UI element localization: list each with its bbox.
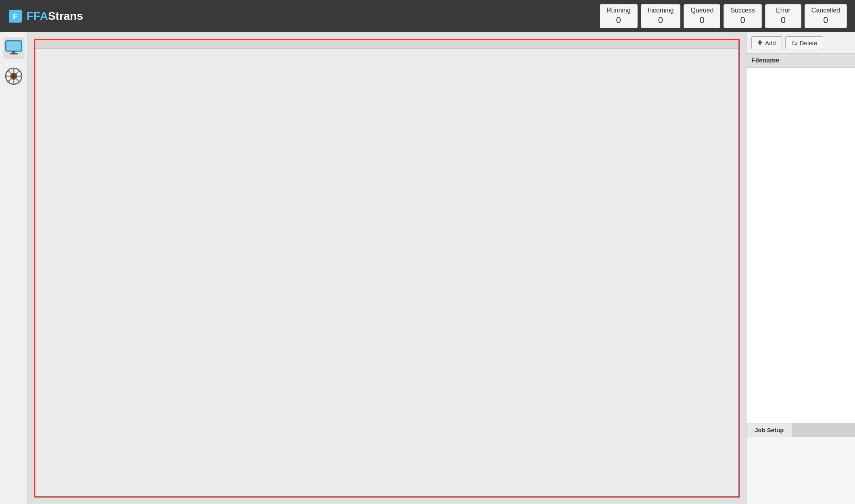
film-reel-icon bbox=[4, 67, 23, 86]
svg-point-20 bbox=[7, 80, 9, 82]
filename-header: Filename bbox=[747, 54, 855, 68]
right-panel: ✚ Add 🗂 Delete Filename Job Setup bbox=[746, 32, 855, 504]
incoming-count: 0 bbox=[648, 15, 674, 25]
status-badges-container: Running 0 Incoming 0 Queued 0 Success 0 … bbox=[600, 4, 847, 28]
add-button-label: Add bbox=[765, 40, 776, 46]
logo-area: F FFAStrans bbox=[8, 9, 593, 23]
svg-point-19 bbox=[18, 70, 20, 72]
main-panel bbox=[34, 39, 740, 498]
tab-extra-space bbox=[792, 423, 855, 437]
job-setup-tabs: Job Setup bbox=[747, 423, 855, 437]
status-badge-incoming: Incoming 0 bbox=[641, 4, 681, 28]
svg-point-18 bbox=[18, 80, 20, 82]
main-layout: ✚ Add 🗂 Delete Filename Job Setup bbox=[0, 32, 855, 504]
success-count: 0 bbox=[730, 15, 755, 25]
svg-text:F: F bbox=[13, 12, 18, 21]
status-badge-cancelled: Cancelled 0 bbox=[805, 4, 847, 28]
svg-point-14 bbox=[13, 83, 15, 85]
cancelled-count: 0 bbox=[811, 15, 840, 25]
svg-point-15 bbox=[5, 75, 7, 77]
cancelled-label: Cancelled bbox=[811, 7, 840, 14]
panel-body bbox=[35, 49, 738, 496]
app-logo-text: FFAStrans bbox=[27, 10, 83, 23]
status-badge-error: Error 0 bbox=[765, 4, 801, 28]
status-badge-queued: Queued 0 bbox=[684, 4, 720, 28]
error-label: Error bbox=[772, 7, 795, 14]
add-icon: ✚ bbox=[757, 39, 763, 46]
status-badge-running: Running 0 bbox=[600, 4, 638, 28]
svg-rect-5 bbox=[10, 53, 18, 54]
job-setup-body bbox=[747, 437, 855, 504]
center-content bbox=[27, 32, 746, 504]
delete-button-label: Delete bbox=[800, 40, 817, 46]
svg-point-13 bbox=[13, 68, 15, 70]
svg-point-17 bbox=[7, 70, 9, 72]
delete-button[interactable]: 🗂 Delete bbox=[785, 36, 823, 49]
monitor-icon bbox=[4, 38, 23, 58]
tab-job-setup[interactable]: Job Setup bbox=[747, 423, 792, 437]
sidebar-item-film-reel[interactable] bbox=[3, 65, 25, 87]
queued-count: 0 bbox=[690, 15, 713, 25]
filename-list bbox=[747, 68, 855, 423]
running-label: Running bbox=[607, 7, 631, 14]
app-logo-icon: F bbox=[8, 9, 23, 23]
header: F FFAStrans Running 0 Incoming 0 Queued … bbox=[0, 0, 855, 32]
right-toolbar: ✚ Add 🗂 Delete bbox=[747, 32, 855, 54]
svg-point-12 bbox=[12, 75, 15, 78]
sidebar-item-monitor[interactable] bbox=[3, 37, 25, 59]
add-button[interactable]: ✚ Add bbox=[751, 36, 782, 49]
error-count: 0 bbox=[772, 15, 795, 25]
filename-section: Filename bbox=[747, 54, 855, 423]
queued-label: Queued bbox=[690, 7, 713, 14]
svg-point-16 bbox=[20, 75, 22, 77]
svg-rect-3 bbox=[7, 42, 21, 50]
delete-icon: 🗂 bbox=[791, 40, 797, 46]
incoming-label: Incoming bbox=[648, 7, 674, 14]
running-count: 0 bbox=[607, 15, 631, 25]
sidebar bbox=[0, 32, 27, 504]
success-label: Success bbox=[730, 7, 755, 14]
job-setup-section: Job Setup bbox=[747, 423, 855, 504]
status-badge-success: Success 0 bbox=[724, 4, 761, 28]
panel-header-bar bbox=[35, 40, 738, 49]
